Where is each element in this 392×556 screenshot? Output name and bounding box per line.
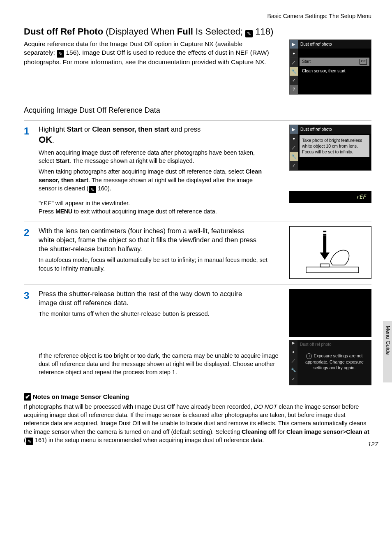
notes-heading: ✔Notes on Image Sensor Cleaning xyxy=(24,393,371,401)
menu-tab-camera-icon: ● xyxy=(290,134,298,143)
page-ref-icon: ✎ xyxy=(26,438,33,445)
error-message-panel: !Exposure settings are not appropriate. … xyxy=(299,350,370,373)
step-3-para-1: The monitor turns off when the shutter-r… xyxy=(39,310,269,318)
title-paren-pre: (Displayed When xyxy=(103,26,177,37)
notes-head-text: Notes on Image Sensor Cleaning xyxy=(33,393,129,400)
menu-tab-play-icon: ▶ xyxy=(290,125,298,134)
step-2-heading: With the lens ten centimeters (four inch… xyxy=(39,226,261,254)
title-main: Dust off Ref Photo xyxy=(24,26,103,37)
step-number: 2 xyxy=(24,226,36,239)
menu-tab-camera-icon: ● xyxy=(289,349,297,358)
notes-block: ✔Notes on Image Sensor Cleaning If photo… xyxy=(24,393,371,445)
title-paren-bold: Full xyxy=(177,26,193,37)
menu-tab-help-icon: ? xyxy=(290,85,298,94)
menu-item-start-label: Start xyxy=(302,59,311,65)
menu-header: Dust off ref photo xyxy=(298,40,371,49)
step-number: 3 xyxy=(24,289,36,302)
step-1-para-3: "rEF" will appear in the viewfinder. Pre… xyxy=(39,199,269,216)
page-title: Dust off Ref Photo (Displayed When Full … xyxy=(24,25,371,38)
page-ref-icon: ✎ xyxy=(245,30,253,37)
menu-tab-setup-icon: 🔧 xyxy=(289,367,297,376)
page-ref-icon: ✎ xyxy=(89,186,96,193)
menu-message: Take photo of bright featureless white o… xyxy=(300,135,369,157)
menu-tab-retouch-icon: ✓ xyxy=(290,161,298,170)
svg-rect-5 xyxy=(323,230,326,232)
shutter-press-illustration xyxy=(289,226,371,279)
svg-rect-1 xyxy=(320,264,329,267)
menu-tab-pencil-icon: ／ xyxy=(290,143,298,152)
check-icon: ✔ xyxy=(24,393,31,401)
menu-tab-retouch-icon: ✓ xyxy=(290,76,298,85)
section-subhead: Acquiring Image Dust Off Reference Data xyxy=(24,105,371,115)
notes-body: If photographs that will be processed wi… xyxy=(24,403,371,445)
menu-tab-setup-icon: 🔧 xyxy=(290,67,298,76)
menu-tab-camera-icon: ● xyxy=(290,49,298,58)
menu-tab-retouch-icon: ✓ xyxy=(289,376,297,385)
menu-screenshot-error: ▶ ● ／ 🔧 ✓ Dust off ref photo !Exposure s… xyxy=(289,340,371,385)
title-paren-post: Is Selected; xyxy=(193,26,245,37)
divider xyxy=(24,285,371,285)
svg-rect-4 xyxy=(323,234,326,235)
menu-tab-pencil-icon: ／ xyxy=(290,58,298,67)
menu-tab-setup-icon: 🔧 xyxy=(290,152,298,161)
ok-badge: OK xyxy=(360,59,367,65)
step-2-para-1: In autofocus mode, focus will automatica… xyxy=(39,256,269,273)
intro-paragraph: Acquire reference data for the Image Dus… xyxy=(24,39,270,67)
menu-item-start: Start OK xyxy=(300,58,369,66)
ref-symbol: rEF xyxy=(41,200,51,206)
viewfinder-display: rEF xyxy=(289,191,371,203)
side-tab: Menu Guide xyxy=(383,321,392,382)
page-number: 127 xyxy=(368,440,378,448)
page-ref-icon: ✎ xyxy=(57,50,64,58)
menu-item-clean: Clean sensor, then start xyxy=(300,66,369,76)
step-3-heading: Press the shutter-release button the res… xyxy=(39,289,261,308)
step-2: 2 With the lens ten centimeters (four in… xyxy=(24,226,371,279)
monitor-off-illustration xyxy=(289,289,371,337)
step-1: ▶ ● ／ 🔧 ✓ Dust off ref photo Take photo … xyxy=(24,125,371,216)
step-3-para-2: If the reference object is too bright or… xyxy=(39,352,281,377)
menu-tab-play-icon: ▶ xyxy=(290,40,298,49)
side-tab-label: Menu Guide xyxy=(383,321,392,360)
menu-header: Dust off ref photo xyxy=(298,125,371,134)
svg-marker-3 xyxy=(320,253,330,260)
step-1-para-2: When taking photographs after acquiring … xyxy=(39,167,269,193)
divider xyxy=(24,222,371,222)
menu-screenshot-start: ▶ ● ／ 🔧 ✓ ? Dust off ref photo Start OK … xyxy=(289,39,371,95)
title-ref: 118) xyxy=(253,26,273,37)
menu-tab-pencil-icon: ／ xyxy=(289,358,297,367)
menu-button-label: MENU xyxy=(55,208,72,215)
breadcrumb: Basic Camera Settings: The Setup Menu xyxy=(24,12,371,22)
svg-rect-0 xyxy=(306,267,359,273)
menu-tab-play-icon: ▶ xyxy=(289,340,297,349)
step-3: 3 Press the shutter-release button the r… xyxy=(24,289,371,385)
menu-screenshot-message: ▶ ● ／ 🔧 ✓ Dust off ref photo Take photo … xyxy=(289,125,371,171)
step-number: 1 xyxy=(24,125,36,138)
step-1-para-1: When acquiring image dust off reference … xyxy=(39,148,269,165)
warning-icon: ! xyxy=(306,353,312,359)
divider xyxy=(24,120,371,120)
error-message-text: Exposure settings are not appropriate. C… xyxy=(305,353,364,370)
menu-header: Dust off ref photo xyxy=(297,340,371,349)
